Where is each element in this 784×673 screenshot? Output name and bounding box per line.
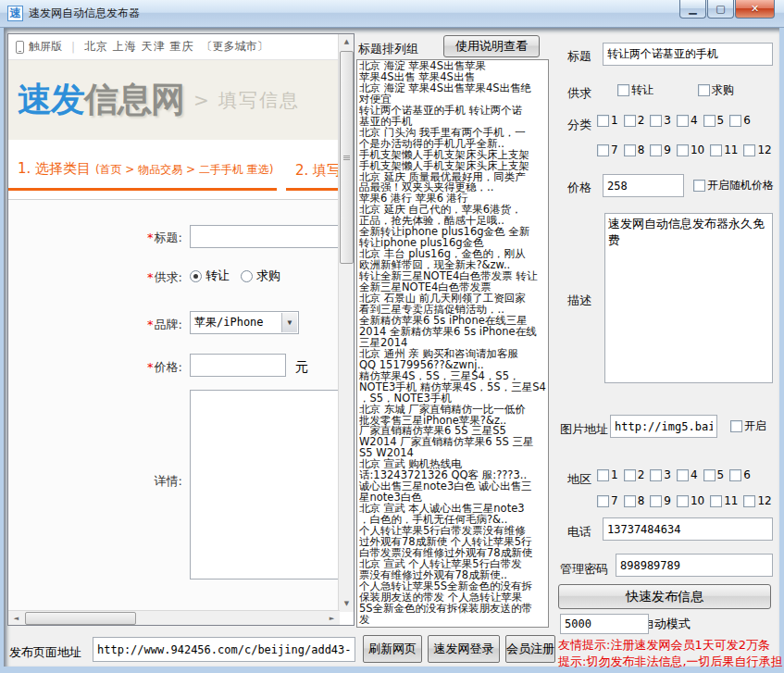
checkbox[interactable]: [597, 495, 609, 507]
browser-horizontal-scrollbar[interactable]: ◄ ►: [8, 610, 340, 625]
checkbox[interactable]: [677, 115, 689, 127]
checkbox-option[interactable]: 11: [710, 494, 738, 507]
checkbox-option[interactable]: 12: [743, 143, 771, 156]
checkbox-option[interactable]: 10: [677, 494, 704, 507]
image-toggle-label[interactable]: 开启: [744, 418, 766, 434]
checkbox-option[interactable]: 6: [729, 114, 751, 127]
price-input[interactable]: [603, 174, 684, 197]
scroll-right-icon[interactable]: ►: [325, 612, 339, 625]
checkbox-option[interactable]: 2: [624, 468, 645, 481]
password-input[interactable]: [616, 554, 773, 577]
scroll-left-icon[interactable]: ◄: [9, 612, 23, 625]
checkbox-label: 12: [757, 494, 771, 507]
vertical-scroll-thumb[interactable]: [340, 51, 354, 264]
checkbox-option[interactable]: 7: [597, 494, 618, 507]
checkbox[interactable]: [650, 144, 662, 156]
titles-listbox[interactable]: 北京 海淀 苹果4S出售苹果苹果4S出售 苹果4S出售北京 海淀 苹果4S出售苹…: [356, 59, 549, 628]
checkbox[interactable]: [650, 469, 662, 481]
checkbox-option[interactable]: 4: [677, 468, 698, 481]
checkbox-option[interactable]: 8: [624, 143, 645, 156]
form-title-input[interactable]: [190, 225, 343, 248]
checkbox[interactable]: [703, 115, 716, 127]
checkbox-option[interactable]: 5: [703, 468, 725, 481]
checkbox[interactable]: [597, 115, 609, 127]
random-price-checkbox[interactable]: [693, 180, 705, 192]
checkbox[interactable]: [624, 144, 636, 156]
checkbox[interactable]: [677, 144, 689, 156]
publish-button[interactable]: 快速发布信息: [558, 584, 771, 609]
phone-input[interactable]: [603, 517, 773, 541]
title-line[interactable]: 发: [359, 615, 548, 626]
browser-vertical-scrollbar[interactable]: ▲ ▼: [338, 34, 354, 612]
checkbox[interactable]: [703, 469, 716, 481]
titlebar[interactable]: 速 速发网自动信息发布器 ▁ ▢ ✕: [0, 0, 784, 28]
touch-version-link[interactable]: 触屏版: [29, 39, 62, 55]
image-url-input[interactable]: [610, 415, 717, 438]
more-cities-link[interactable]: 〔更多城市〕: [202, 39, 268, 55]
radio-sell[interactable]: [190, 270, 202, 282]
minimize-button[interactable]: ▁: [679, 0, 706, 19]
checkbox[interactable]: [710, 144, 722, 156]
radio-buy-label[interactable]: 求购: [256, 268, 280, 284]
checkbox-option[interactable]: 10: [677, 143, 704, 156]
image-toggle-checkbox[interactable]: [730, 420, 742, 432]
checkbox-label: 5: [717, 114, 725, 127]
checkbox-option[interactable]: 11: [710, 143, 738, 156]
checkbox-option[interactable]: 6: [729, 468, 751, 481]
title-input[interactable]: [603, 43, 773, 66]
checkbox-option[interactable]: 5: [703, 114, 725, 127]
horizontal-scroll-thumb[interactable]: [25, 612, 136, 625]
checkbox[interactable]: [743, 495, 755, 507]
refresh-page-button[interactable]: 刷新网页: [363, 635, 422, 663]
scroll-down-icon[interactable]: ▼: [340, 597, 354, 611]
sell-checkbox[interactable]: [617, 84, 629, 96]
chevron-down-icon[interactable]: ▼: [281, 313, 297, 332]
checkbox[interactable]: [597, 469, 609, 481]
checkbox-option[interactable]: 9: [650, 494, 671, 507]
brand-select[interactable]: 苹果/iPhone ▼: [190, 311, 299, 334]
checkbox-option[interactable]: 9: [650, 143, 671, 156]
checkbox[interactable]: [650, 495, 662, 507]
checkbox[interactable]: [729, 469, 741, 481]
checkbox-option[interactable]: 3: [650, 468, 671, 481]
checkbox-option[interactable]: 1: [597, 468, 618, 481]
title-line[interactable]: 5S全新金色的没有拆保装朋友送的带: [359, 604, 548, 615]
checkbox[interactable]: [677, 495, 689, 507]
checkbox[interactable]: [743, 144, 755, 156]
usage-help-button[interactable]: 使用说明查看: [443, 35, 540, 57]
checkbox[interactable]: [710, 495, 722, 507]
scroll-up-icon[interactable]: ▲: [340, 35, 354, 49]
buy-checkbox[interactable]: [698, 84, 710, 96]
checkbox-option[interactable]: 3: [650, 114, 671, 127]
checkbox[interactable]: [624, 115, 636, 127]
checkbox[interactable]: [624, 495, 636, 507]
login-button[interactable]: 速发网登录: [428, 635, 500, 663]
category-path[interactable]: (首页 > 物品交易 > 二手手机 重选): [95, 163, 274, 176]
checkbox-option[interactable]: 4: [677, 114, 698, 127]
radio-buy[interactable]: [241, 270, 253, 282]
checkbox-option[interactable]: 2: [624, 114, 645, 127]
checkbox-option[interactable]: 1: [597, 114, 618, 127]
checkbox[interactable]: [729, 115, 741, 127]
checkbox-option[interactable]: 7: [597, 143, 618, 156]
publish-url-input[interactable]: [93, 637, 355, 662]
city-links[interactable]: 北京 上海 天津 重庆: [84, 39, 193, 55]
register-button[interactable]: 会员注册: [505, 635, 555, 663]
checkbox[interactable]: [624, 469, 636, 481]
maximize-button[interactable]: ▢: [707, 0, 734, 19]
buy-checkbox-label[interactable]: 求购: [712, 82, 734, 98]
form-detail-textarea[interactable]: [190, 390, 343, 580]
random-price-label[interactable]: 开启随机价格: [707, 178, 774, 193]
sell-checkbox-label[interactable]: 转让: [631, 82, 653, 98]
close-button[interactable]: ✕: [735, 0, 775, 19]
radio-sell-label[interactable]: 转让: [205, 268, 230, 284]
description-textarea[interactable]: 速发网自动信息发布器永久免费: [604, 213, 773, 383]
checkbox-option[interactable]: 8: [624, 494, 645, 507]
checkbox[interactable]: [650, 115, 662, 127]
auto-interval-input[interactable]: [560, 614, 649, 634]
price-label: 价格: [567, 180, 591, 196]
checkbox-option[interactable]: 12: [743, 494, 771, 507]
checkbox[interactable]: [597, 144, 609, 156]
form-price-input[interactable]: [190, 354, 286, 377]
checkbox[interactable]: [677, 469, 689, 481]
